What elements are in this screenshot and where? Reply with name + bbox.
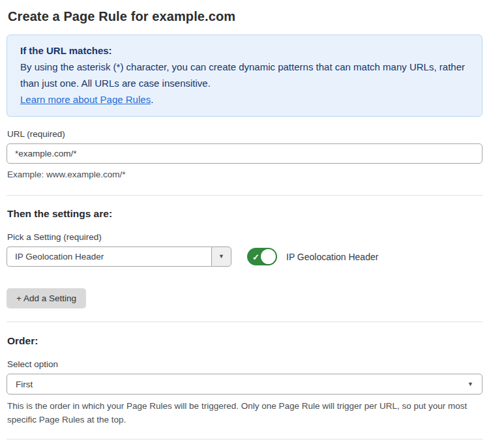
pick-setting-label: Pick a Setting (required) <box>7 232 482 242</box>
section-divider <box>7 321 482 322</box>
add-setting-button[interactable]: + Add a Setting <box>7 288 86 308</box>
info-box-body: By using the asterisk (*) character, you… <box>20 59 469 91</box>
page-title: Create a Page Rule for example.com <box>8 9 482 24</box>
url-label: URL (required) <box>7 129 482 139</box>
learn-more-page-rules-link[interactable]: Learn more about Page Rules <box>20 94 151 105</box>
select-option-label: Select option <box>7 359 482 369</box>
setting-select[interactable]: IP Geolocation Header ▼ <box>7 246 231 267</box>
create-page-rule-form: Create a Page Rule for example.com If th… <box>0 0 489 448</box>
footer-divider <box>7 439 482 440</box>
info-box-link-line: Learn more about Page Rules. <box>20 91 469 108</box>
setting-select-arrow-button[interactable]: ▼ <box>211 246 231 267</box>
url-match-info-box: If the URL matches: By using the asteris… <box>7 35 482 117</box>
setting-row: IP Geolocation Header ▼ ✓ IP Geolocation… <box>7 246 482 267</box>
order-section-heading: Order: <box>7 335 482 347</box>
chevron-down-icon: ▼ <box>218 254 224 260</box>
link-period: . <box>151 94 153 105</box>
url-example-helper: Example: www.example.com/* <box>7 168 482 181</box>
check-icon: ✓ <box>252 252 259 261</box>
chevron-down-icon: ▼ <box>467 381 473 387</box>
setting-select-value: IP Geolocation Header <box>7 246 211 267</box>
order-select[interactable]: First ▼ <box>7 374 482 395</box>
section-divider <box>7 195 482 196</box>
settings-section-heading: Then the settings are: <box>7 208 482 220</box>
url-input[interactable] <box>7 143 482 164</box>
order-helper-text: This is the order in which your Page Rul… <box>7 399 477 426</box>
info-box-heading: If the URL matches: <box>20 42 469 59</box>
order-select-value: First <box>16 380 33 389</box>
url-field-group: URL (required) Example: www.example.com/… <box>7 129 482 181</box>
toggle-knob <box>261 249 276 264</box>
ip-geolocation-toggle[interactable]: ✓ <box>247 248 277 265</box>
toggle-label: IP Geolocation Header <box>286 252 378 262</box>
